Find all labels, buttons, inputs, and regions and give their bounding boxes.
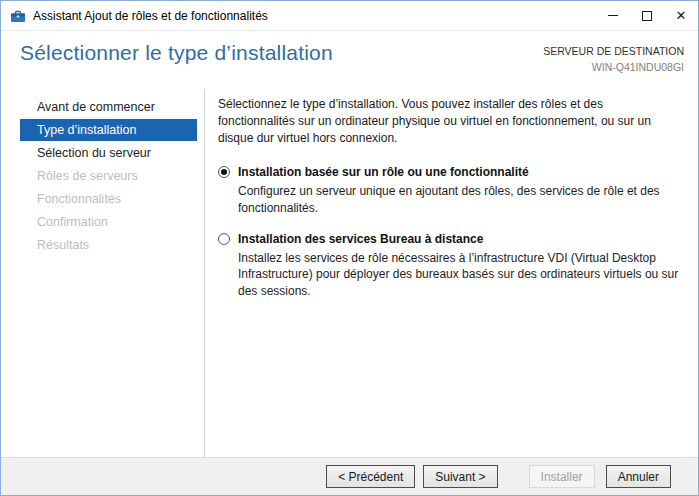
minimize-icon [608, 15, 618, 16]
wizard-footer: < Précédent Suivant > Installer Annuler [1, 457, 698, 495]
install-button: Installer [529, 465, 595, 488]
titlebar: Assistant Ajout de rôles et de fonctionn… [1, 1, 698, 31]
option-body: Installation des services Bureau à dista… [238, 231, 682, 300]
option-role-based-description: Configurez un serveur unique en ajoutant… [238, 183, 682, 217]
destination-server-name: WIN-Q41INDU08GI [543, 60, 684, 76]
page-title: Sélectionner le type d’installation [20, 41, 333, 65]
close-button[interactable]: ✕ [664, 1, 698, 30]
option-role-based-install[interactable]: Installation basée sur un rôle ou une fo… [218, 164, 682, 216]
sidebar-item-resultats: Résultats [20, 234, 197, 256]
wizard-steps-sidebar: Avant de commencer Type d’installation S… [1, 89, 205, 457]
wizard-header: Sélectionner le type d’installation SERV… [1, 31, 698, 89]
radio-role-based-install[interactable] [218, 166, 230, 178]
minimize-button[interactable] [596, 1, 630, 30]
main-panel: Sélectionnez le type d’installation. Vou… [205, 89, 698, 457]
sidebar-item-selection-du-serveur[interactable]: Sélection du serveur [20, 142, 197, 164]
wizard-toolbox-icon [10, 8, 26, 24]
radio-remote-desktop-install[interactable] [218, 233, 230, 245]
sidebar-item-fonctionnalites: Fonctionnalités [20, 188, 197, 210]
maximize-button[interactable] [630, 1, 664, 30]
wizard-window: { "titlebar": { "title": "Assistant Ajou… [0, 0, 699, 496]
window-controls: ✕ [596, 1, 698, 30]
maximize-icon [642, 11, 652, 21]
previous-button[interactable]: < Précédent [326, 465, 415, 488]
window-title: Assistant Ajout de rôles et de fonctionn… [33, 9, 596, 23]
sidebar-item-confirmation: Confirmation [20, 211, 197, 233]
intro-text: Sélectionnez le type d’installation. Vou… [218, 96, 682, 146]
option-body: Installation basée sur un rôle ou une fo… [238, 164, 682, 216]
destination-server-label: SERVEUR DE DESTINATION [543, 44, 684, 60]
close-icon: ✕ [676, 9, 687, 22]
next-button[interactable]: Suivant > [423, 465, 497, 488]
sidebar-item-roles-de-serveurs: Rôles de serveurs [20, 165, 197, 187]
cancel-button[interactable]: Annuler [606, 465, 671, 488]
sidebar-item-avant-de-commencer[interactable]: Avant de commencer [20, 96, 197, 118]
wizard-content: Avant de commencer Type d’installation S… [1, 89, 698, 457]
option-remote-desktop-description: Installez les services de rôle nécessair… [238, 250, 682, 300]
option-role-based-label[interactable]: Installation basée sur un rôle ou une fo… [238, 164, 682, 181]
destination-server-block: SERVEUR DE DESTINATION WIN-Q41INDU08GI [543, 41, 684, 76]
sidebar-item-type-installation[interactable]: Type d’installation [20, 119, 197, 141]
option-remote-desktop-install[interactable]: Installation des services Bureau à dista… [218, 231, 682, 300]
option-remote-desktop-label[interactable]: Installation des services Bureau à dista… [238, 231, 682, 248]
